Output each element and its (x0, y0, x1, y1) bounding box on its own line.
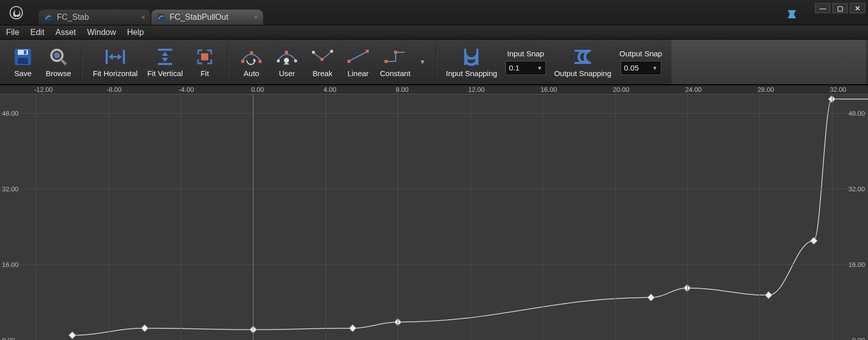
svg-point-8 (54, 52, 60, 58)
curve-key[interactable] (765, 292, 772, 299)
constant-tangent-button[interactable]: Constant (376, 42, 414, 82)
input-snap-label: Input Snap (507, 49, 544, 58)
menu-window[interactable]: Window (87, 28, 116, 37)
fit-vertical-icon (156, 47, 174, 67)
svg-point-0 (10, 6, 22, 18)
curve-graph[interactable]: -12.00-8.00-4.000.004.008.0012.0016.0020… (0, 85, 868, 340)
maximize-button[interactable]: ▢ (832, 3, 848, 13)
svg-line-26 (348, 51, 368, 61)
input-snapping-button[interactable]: Input Snapping (442, 42, 501, 82)
x-tick: 28.00 (757, 86, 774, 93)
source-control-icon[interactable] (787, 9, 797, 21)
input-snap-select[interactable]: 0.1 ▼ (505, 61, 546, 75)
fit-horizontal-button[interactable]: Fit Horizontal (87, 42, 143, 82)
tab-fc-stabpullout[interactable]: FC_StabPullOut × (151, 10, 263, 25)
chevron-down-icon: ▼ (537, 65, 542, 71)
svg-rect-19 (285, 51, 288, 54)
svg-point-22 (284, 58, 289, 63)
svg-rect-6 (24, 50, 26, 54)
svg-rect-29 (384, 60, 388, 63)
y-tick: 48.00 (2, 110, 19, 117)
svg-rect-28 (366, 50, 369, 53)
x-tick: -4.00 (179, 86, 194, 93)
tab-fc-stab[interactable]: FC_Stab × (39, 10, 150, 25)
browse-button[interactable]: Browse (41, 42, 76, 82)
x-tick: 0.00 (251, 86, 264, 93)
x-tick: 16.00 (540, 86, 557, 93)
x-tick: 20.00 (613, 86, 630, 93)
svg-rect-10 (106, 50, 108, 64)
svg-rect-5 (18, 58, 28, 64)
x-tick: -12.00 (34, 86, 53, 93)
menu-asset[interactable]: Asset (55, 28, 76, 37)
y-tick: 32.00 (2, 185, 19, 193)
svg-rect-11 (123, 50, 125, 64)
output-snap-select[interactable]: 0.05 ▼ (621, 61, 661, 75)
linear-tangent-button[interactable]: Linear (340, 42, 376, 82)
x-axis-ruler: -12.00-8.00-4.000.004.008.0012.0016.0020… (0, 85, 868, 94)
unreal-logo-icon (4, 5, 28, 20)
svg-line-9 (61, 59, 66, 64)
curve-key[interactable] (141, 325, 148, 332)
fit-horizontal-icon (103, 47, 128, 67)
break-tangent-icon (311, 47, 334, 67)
x-tick: 12.00 (468, 86, 485, 93)
svg-point-23 (312, 51, 315, 54)
toolbar: Save Browse Fit Horizontal Fit Vertical (0, 40, 868, 85)
menu-bar: File Edit Asset Window Help (0, 25, 868, 40)
fit-button[interactable]: Fit (187, 42, 222, 82)
x-tick: 8.00 (396, 86, 408, 93)
curve-key[interactable] (69, 332, 76, 339)
auto-tangent-icon (240, 47, 263, 67)
fit-vertical-button[interactable]: Fit Vertical (143, 42, 187, 82)
tangent-dropdown-icon[interactable]: ▼ (414, 58, 431, 65)
curve-key[interactable] (648, 294, 655, 301)
menu-file[interactable]: File (6, 28, 19, 37)
save-button[interactable]: Save (5, 42, 41, 82)
output-snapping-button[interactable]: Output Snapping (550, 42, 616, 82)
curve-key[interactable] (349, 325, 356, 332)
user-tangent-icon (275, 47, 299, 67)
y-tick: 0.00 (2, 336, 15, 341)
browse-icon (48, 47, 69, 67)
curve-asset-icon (156, 13, 166, 22)
y-tick: 16.00 (2, 261, 19, 268)
svg-rect-17 (250, 51, 253, 54)
svg-rect-2 (157, 14, 165, 21)
curve-asset-icon (44, 13, 53, 22)
tab-label: FC_Stab (57, 13, 89, 22)
svg-point-24 (330, 50, 333, 53)
curve-key[interactable] (810, 237, 817, 244)
menu-edit[interactable]: Edit (30, 28, 45, 37)
break-tangent-button[interactable]: Break (305, 42, 340, 82)
minimize-button[interactable]: — (815, 3, 830, 13)
auto-tangent-button[interactable]: Auto (234, 42, 269, 82)
user-tangent-button[interactable]: User (269, 42, 305, 82)
menu-help[interactable]: Help (127, 28, 144, 37)
svg-rect-15 (201, 53, 208, 60)
magnet-icon (572, 47, 593, 67)
x-tick: 32.00 (830, 86, 847, 93)
output-snap-label: Output Snap (619, 49, 662, 58)
svg-rect-16 (241, 60, 244, 63)
svg-rect-18 (259, 60, 262, 63)
y-tick: 48.00 (848, 110, 865, 117)
svg-rect-25 (320, 58, 324, 61)
svg-rect-13 (158, 49, 172, 51)
y-tick: 32.00 (848, 185, 865, 193)
svg-rect-30 (394, 51, 397, 54)
y-tick: 16.00 (848, 261, 865, 268)
fit-icon (195, 47, 214, 67)
tab-label: FC_StabPullOut (170, 13, 229, 22)
svg-rect-1 (45, 14, 52, 21)
toolbar-spacer (671, 40, 866, 84)
x-tick: 4.00 (324, 86, 336, 93)
magnet-icon (461, 47, 481, 67)
linear-tangent-icon (346, 47, 370, 67)
close-icon[interactable]: × (141, 13, 145, 21)
title-bar: FC_Stab × FC_StabPullOut × — ▢ ✕ (0, 0, 868, 25)
x-tick: 24.00 (685, 86, 702, 93)
close-button[interactable]: ✕ (850, 3, 865, 13)
svg-point-20 (277, 59, 280, 62)
close-icon[interactable]: × (254, 13, 258, 21)
